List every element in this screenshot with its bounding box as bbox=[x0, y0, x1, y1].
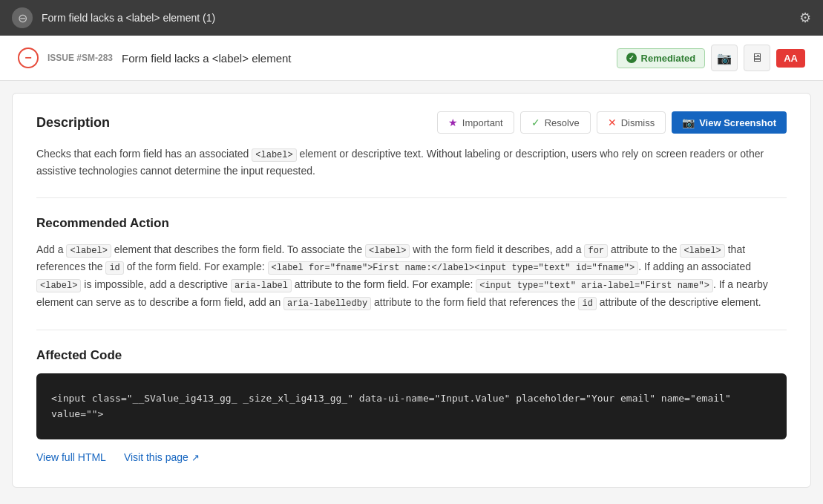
dismiss-button[interactable]: ✕ Dismiss bbox=[597, 111, 666, 134]
camera-icon-button[interactable]: 📷 bbox=[711, 45, 738, 71]
view-full-html-label: View full HTML bbox=[36, 451, 106, 463]
check-icon: ✓ bbox=[531, 117, 540, 128]
close-button[interactable]: ⊖ bbox=[12, 7, 33, 28]
recommended-action-text: Add a <label> element that describes the… bbox=[36, 241, 787, 312]
remediated-label: Remediated bbox=[641, 53, 696, 64]
description-section-header: Description ★ Important ✓ Resolve ✕ Dism… bbox=[36, 111, 787, 134]
issue-header-right: ✓ Remediated 📷 🖥 AA bbox=[617, 45, 805, 71]
issue-title: Form field lacks a <label> element bbox=[122, 52, 291, 65]
action-buttons: ★ Important ✓ Resolve ✕ Dismiss 📷 View S… bbox=[437, 111, 787, 134]
issue-icon: − bbox=[18, 48, 39, 68]
divider-2 bbox=[36, 330, 787, 330]
settings-button[interactable]: ⚙ bbox=[799, 10, 811, 26]
top-bar-title: Form field lacks a <label> element (1) bbox=[42, 12, 215, 24]
code-snippet: <input class="__SValue_ig413_gg_ _size_x… bbox=[51, 391, 772, 422]
recommended-action-title: Recommended Action bbox=[36, 216, 787, 231]
affected-code-title: Affected Code bbox=[36, 348, 787, 363]
code-block: <input class="__SValue_ig413_gg_ _size_x… bbox=[36, 373, 787, 440]
visit-page-label: Visit this page bbox=[124, 451, 188, 463]
screenshot-label: View Screenshot bbox=[699, 117, 776, 128]
footer-links: View full HTML Visit this page ↗ bbox=[36, 451, 787, 463]
arrow-icon: ↗ bbox=[191, 452, 200, 463]
aa-badge-button[interactable]: AA bbox=[776, 49, 805, 68]
important-button[interactable]: ★ Important bbox=[437, 111, 514, 134]
resolve-label: Resolve bbox=[545, 117, 580, 128]
affected-code-section: Affected Code <input class="__SValue_ig4… bbox=[36, 348, 787, 440]
screenshot-camera-icon: 📷 bbox=[682, 117, 695, 128]
star-icon: ★ bbox=[448, 117, 458, 128]
x-icon: ✕ bbox=[608, 117, 617, 128]
top-bar: ⊖ Form field lacks a <label> element (1)… bbox=[0, 0, 823, 36]
view-full-html-link[interactable]: View full HTML bbox=[36, 451, 106, 463]
view-screenshot-button[interactable]: 📷 View Screenshot bbox=[672, 111, 787, 134]
issue-id: ISSUE #SM-283 bbox=[47, 53, 113, 63]
main-content: Description ★ Important ✓ Resolve ✕ Dism… bbox=[12, 93, 811, 488]
description-title: Description bbox=[36, 115, 110, 131]
dismiss-label: Dismiss bbox=[621, 117, 655, 128]
divider-1 bbox=[36, 197, 787, 198]
issue-header: − ISSUE #SM-283 Form field lacks a <labe… bbox=[0, 36, 823, 81]
visit-page-link[interactable]: Visit this page ↗ bbox=[124, 451, 200, 463]
check-dot: ✓ bbox=[626, 53, 637, 63]
description-text: Checks that each form field has an assoc… bbox=[36, 145, 787, 180]
recommended-action-section: Recommended Action Add a <label> element… bbox=[36, 216, 787, 312]
remediated-badge: ✓ Remediated bbox=[617, 48, 706, 68]
top-bar-left: ⊖ Form field lacks a <label> element (1) bbox=[12, 7, 215, 28]
issue-header-left: − ISSUE #SM-283 Form field lacks a <labe… bbox=[18, 48, 292, 68]
monitor-icon-button[interactable]: 🖥 bbox=[744, 45, 770, 71]
resolve-button[interactable]: ✓ Resolve bbox=[520, 111, 591, 134]
important-label: Important bbox=[462, 117, 503, 128]
